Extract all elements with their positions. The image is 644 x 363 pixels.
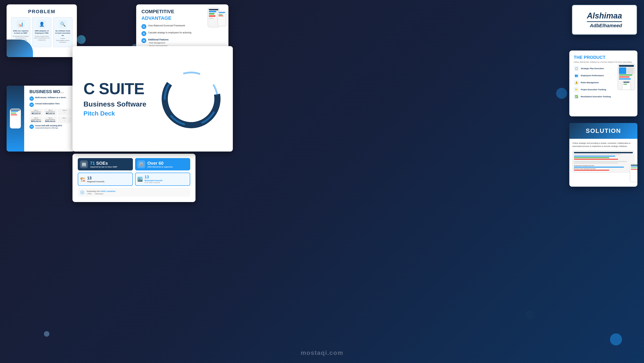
logo-slide: Alshimaa AdbElhameed [572, 4, 638, 35]
market-slide: 🏢 71 SOEs required by law to have ISBP 🏛… [72, 154, 196, 202]
business-phone-bg [6, 86, 24, 152]
regional-label: Regional Councils [87, 180, 104, 183]
tier-ann: Ann... ... [58, 116, 71, 123]
main-slide-text: C SUITE Business Software Pitch Deck [84, 81, 160, 117]
problem-icon-1: 📊 [16, 20, 25, 28]
regional-num: 13 [87, 176, 104, 180]
tier-2: Tier 2 Organizations ₦50,000.00 [44, 109, 57, 116]
soes-icon: 🏢 [80, 160, 88, 168]
tier-5: Tier 5 Organizations ₦350,000.00 [30, 116, 43, 123]
main-subtitle: Business Software [84, 100, 154, 108]
problem-card-text-2: GRN adoption of Employees PMS [34, 30, 50, 34]
product-desc: Online, Multi-tenant, Software as a Serv… [574, 61, 633, 63]
tier-2-label: Tier 2 Organizations [44, 110, 56, 113]
business-phone-mockup [10, 109, 21, 128]
tiers-grid: Tier 1 Organizations ₦30,000.00 Tier 2 O… [30, 109, 71, 123]
employees-icon: 👥 [574, 73, 579, 78]
resolutions-icon: ✅ [574, 94, 579, 99]
business-title: BUSINESS MO... [30, 89, 71, 94]
decorative-dot [44, 331, 50, 337]
decorative-dot [610, 333, 622, 346]
soes-num: 71 SOEs [90, 161, 117, 166]
solution-slide: SOLUTION Online strategic tool providing… [569, 123, 638, 187]
product-feature-text-1: Strategic Plan Execution [581, 68, 604, 70]
solution-app-screenshot: Organization Strategy Execution Business… [572, 150, 634, 172]
soes-label: required by law to have ISBP [90, 166, 117, 168]
decorative-dot [526, 310, 534, 319]
advantage-text-1: Uses Balanced Scorecard Framework [148, 24, 185, 27]
tier-1-label: Tier 1 Organizations [30, 110, 42, 113]
market-stats: 🏢 71 SOEs required by law to have ISBP 🏛… [78, 158, 190, 197]
project-icon: 📁 [574, 87, 579, 92]
solution-header: SOLUTION [569, 123, 638, 139]
decorative-dot [77, 35, 86, 44]
business-text-2: Annual Subscription Tiers [35, 102, 60, 105]
problem-slide: PROBLEM 📊 SOEs are required to have an I… [6, 4, 77, 57]
problem-card-2: 👤 GRN adoption of Employees PMS Process … [32, 17, 52, 47]
expand-icon: ❄️ [80, 190, 85, 195]
product-app-mockup [618, 64, 635, 90]
business-text-3: Cross-Sell with existing MTCcorporate/en… [35, 124, 62, 129]
product-feature-text-5: Resolutions Execution Tracking [581, 96, 611, 98]
problem-card-text-1: SOEs are required to have an ISBP [13, 30, 28, 34]
advantage-item-2: 02 Cascade strategy to employees for act… [142, 31, 223, 36]
tier-ann-price: ... [59, 119, 70, 121]
competitive-slide: COMPETITIVE ADVANTAGE 01 Uses Balanced S… [136, 4, 228, 53]
tier-3-label: Tier 3 [59, 110, 70, 111]
problem-card-body-3: ProjectsRisk mitigation actionsResolutio… [55, 38, 71, 43]
problem-card-text-3: No software tools to track execution for [55, 30, 71, 37]
tier-3: Tier 3 ... [58, 109, 71, 116]
country-botswana: Botswana [94, 193, 103, 195]
business-num-1: 01 [30, 96, 34, 101]
strategic-plan-icon: 📋 [574, 66, 579, 71]
regional-stat: 🏗️ 13 Regional Councils [78, 172, 133, 186]
expand-text: Expanding into SADC countries RSA Botswa… [87, 190, 116, 195]
solution-desc: Online strategic tool providing a simple… [572, 142, 634, 148]
tier-3-price: ... [59, 111, 70, 113]
tier-1-price: ₦30,000.00 [30, 113, 42, 115]
regional-icon: 🏗️ [80, 176, 86, 182]
business-num-3: 03 [30, 124, 34, 129]
tier-ann-label: Ann... [59, 117, 70, 119]
tier-6-label: Tier 6 Organizations [44, 117, 56, 120]
logo-sub: AdbElhameed [587, 21, 622, 28]
main-pitch: Pitch Deck [84, 110, 154, 117]
advantage-text-2: Cascade strategy to employees for action… [148, 31, 191, 34]
watermark: mostaqi.com [301, 350, 344, 356]
business-content: BUSINESS MO... 01 Multi-tenant, Software… [30, 89, 71, 129]
country-rsa: RSA [87, 193, 92, 195]
risks-icon: ⚠️ [574, 80, 579, 85]
expand-title: Expanding into SADC countries [87, 190, 116, 192]
municipal-icon: 🏙️ [137, 176, 143, 182]
problem-card-body-2: Process is paper basedLack of cascading … [34, 35, 50, 41]
expand-stat: ❄️ Expanding into SADC countries RSA Bot… [78, 188, 190, 197]
problem-title: PROBLEM [11, 9, 72, 14]
svg-point-0 [160, 68, 222, 129]
regional-text: 13 Regional Councils [87, 176, 104, 183]
advantage-num-2: 02 [142, 31, 146, 36]
device-mockup [206, 6, 226, 31]
business-item-3: 03 Cross-Sell with existing MTCcorporate… [30, 124, 71, 129]
solution-title: SOLUTION [574, 127, 633, 134]
logo-name: Alshimaa [587, 11, 622, 20]
municipal-stat: 🏙️ 13 Municipal Councils & 26 Town Counc… [135, 172, 190, 186]
grn-num: Over 60 [148, 161, 173, 166]
grn-stat: 🏛️ Over 60 GRN Ministries & Agencies [135, 158, 190, 170]
product-title: THE PRODUCT [574, 55, 633, 60]
grn-label: GRN Ministries & Agencies [148, 166, 173, 168]
main-title: C SUITE [84, 81, 154, 96]
business-text-1: Multi-tenant, Software as a Servi... [35, 96, 67, 98]
soes-text: 71 SOEs required by law to have ISBP [90, 161, 117, 168]
grn-text: Over 60 GRN Ministries & Agencies [148, 161, 173, 168]
business-slide: BUSINESS MO... 01 Multi-tenant, Software… [6, 86, 75, 152]
municipal-num: 13 [144, 175, 162, 180]
expand-countries: RSA Botswana [87, 193, 116, 195]
advantage-num-3: 03 [142, 38, 146, 43]
tier-6-price: ₦450,000.00 [44, 120, 56, 122]
advantage-num-1: 01 [142, 24, 146, 29]
logo-text: Alshimaa AdbElhameed [587, 11, 622, 28]
c-suite-logo-circle [160, 68, 222, 130]
tier-1: Tier 1 Organizations ₦30,000.00 [30, 109, 43, 116]
tier-5-label: Tier 5 Organizations [30, 117, 42, 120]
tier-5-price: ₦350,000.00 [30, 120, 42, 122]
